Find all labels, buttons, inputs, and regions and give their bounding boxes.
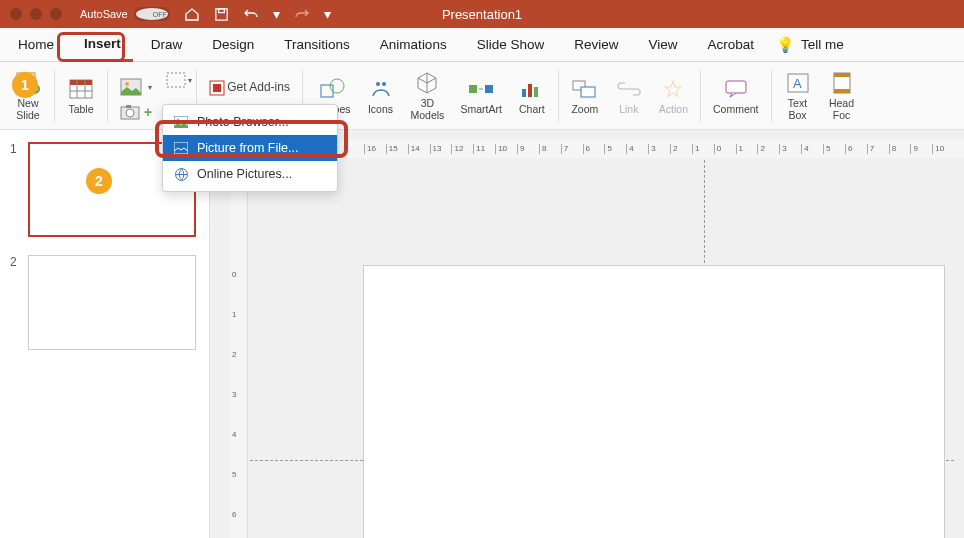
action-button: Action	[651, 62, 696, 130]
tab-slide-show[interactable]: Slide Show	[465, 28, 557, 62]
3d-models-label: 3D Models	[411, 98, 445, 121]
camera-icon	[120, 104, 142, 120]
svg-rect-24	[522, 89, 526, 97]
photo-browser-item[interactable]: Photo Browser...	[163, 109, 337, 135]
chart-button[interactable]: Chart	[510, 62, 554, 130]
svg-rect-1	[218, 8, 224, 12]
smartart-button[interactable]: SmartArt	[452, 62, 509, 130]
photo-browser-icon	[173, 114, 189, 130]
svg-point-21	[382, 82, 386, 86]
tab-home[interactable]: Home	[6, 28, 66, 62]
svg-point-36	[177, 119, 180, 122]
tab-transitions[interactable]: Transitions	[272, 28, 362, 62]
tellme-input[interactable]: Tell me	[801, 37, 844, 52]
tab-insert[interactable]: Insert	[72, 28, 133, 62]
ribbon-tabs: Home Insert Draw Design Transitions Anim…	[0, 28, 964, 62]
link-label: Link	[619, 104, 638, 116]
svg-rect-28	[581, 87, 595, 97]
autosave-label: AutoSave	[80, 8, 128, 20]
link-icon	[615, 76, 643, 102]
svg-rect-6	[70, 80, 92, 85]
svg-text:A: A	[793, 76, 802, 91]
titlebar: AutoSave OFF ▾ ▾ Presentation1	[0, 0, 964, 28]
link-button: Link	[607, 62, 651, 130]
smartart-label: SmartArt	[460, 104, 501, 116]
svg-rect-22	[469, 85, 477, 93]
maximize-window-icon[interactable]	[50, 8, 62, 20]
icons-button[interactable]: Icons	[359, 62, 403, 130]
text-box-label: Text Box	[788, 98, 807, 121]
svg-point-11	[125, 82, 129, 86]
home-icon[interactable]	[184, 6, 200, 22]
horizontal-ruler: 16151413121110987654321012345678910	[230, 140, 964, 158]
undo-dropdown-icon[interactable]: ▾	[273, 6, 280, 22]
minimize-window-icon[interactable]	[30, 8, 42, 20]
tab-draw[interactable]: Draw	[139, 28, 195, 62]
3d-models-button[interactable]: 3D Models	[403, 62, 453, 130]
undo-icon[interactable]	[243, 7, 259, 21]
pictures-button[interactable]: ▾	[120, 78, 152, 98]
picture-file-icon	[173, 140, 189, 156]
text-box-button[interactable]: A Text Box	[776, 62, 820, 130]
autosave-state: OFF	[136, 8, 168, 20]
header-footer-label: Head Foc	[829, 98, 854, 121]
svg-rect-0	[216, 8, 227, 19]
close-window-icon[interactable]	[10, 8, 22, 20]
header-footer-button[interactable]: Head Foc	[820, 62, 864, 130]
online-pictures-item[interactable]: Online Pictures...	[163, 161, 337, 187]
chart-icon	[518, 76, 546, 102]
chart-label: Chart	[519, 104, 545, 116]
slide-canvas[interactable]	[364, 266, 944, 538]
screenshot-icon	[166, 72, 186, 88]
tab-view[interactable]: View	[636, 28, 689, 62]
text-box-icon: A	[784, 70, 812, 96]
globe-icon	[173, 166, 189, 182]
thumbnail-2[interactable]: 2	[10, 255, 199, 350]
svg-rect-18	[321, 85, 333, 97]
pictures-dropdown: Photo Browser... Picture from File... On…	[162, 104, 338, 192]
action-label: Action	[659, 104, 688, 116]
save-icon[interactable]	[214, 7, 229, 22]
window-controls[interactable]	[10, 8, 62, 20]
thumbnail-preview[interactable]	[28, 255, 196, 350]
tab-acrobat[interactable]: Acrobat	[696, 28, 767, 62]
svg-point-19	[330, 79, 344, 93]
zoom-label: Zoom	[571, 104, 598, 116]
redo-icon[interactable]	[294, 7, 310, 21]
comment-button[interactable]: Comment	[705, 62, 767, 130]
tab-review[interactable]: Review	[562, 28, 630, 62]
qat-customize-icon[interactable]: ▾	[324, 6, 331, 22]
comment-label: Comment	[713, 104, 759, 116]
chevron-down-icon: ▾	[188, 76, 192, 85]
zoom-button[interactable]: Zoom	[563, 62, 607, 130]
svg-rect-23	[485, 85, 493, 93]
smartart-icon	[467, 76, 495, 102]
table-button[interactable]: Table	[59, 62, 103, 130]
svg-rect-17	[213, 84, 221, 92]
autosave-toggle[interactable]: AutoSave OFF	[80, 7, 170, 21]
plus-icon: +	[144, 104, 152, 120]
tab-design[interactable]: Design	[200, 28, 266, 62]
document-title: Presentation1	[442, 7, 522, 22]
annotation-badge-1: 1	[12, 72, 38, 98]
table-icon	[67, 76, 95, 102]
header-footer-icon	[828, 70, 856, 96]
table-label: Table	[68, 104, 93, 116]
tab-animations[interactable]: Animations	[368, 28, 459, 62]
camera-button[interactable]: +	[120, 104, 152, 120]
get-addins-button[interactable]: Get Add-ins	[209, 80, 290, 96]
cube-icon	[413, 70, 441, 96]
picture-from-file-item[interactable]: Picture from File...	[163, 135, 337, 161]
svg-rect-33	[834, 73, 850, 77]
svg-rect-26	[534, 87, 538, 97]
addins-icon	[209, 80, 225, 96]
tellme-bulb-icon: 💡	[776, 36, 795, 54]
ribbon-insert: New Slide Table ▾ + ▾ Get Add-ins dd-ins…	[0, 62, 964, 130]
comment-icon	[722, 76, 750, 102]
svg-point-20	[376, 82, 380, 86]
screenshot-button[interactable]: ▾	[166, 72, 192, 88]
picture-icon	[120, 78, 146, 98]
chevron-down-icon: ▾	[148, 83, 152, 92]
get-addins-label: Get Add-ins	[227, 81, 290, 94]
workspace: 1 2 2 1615141312111098765432101234567891…	[0, 130, 964, 538]
